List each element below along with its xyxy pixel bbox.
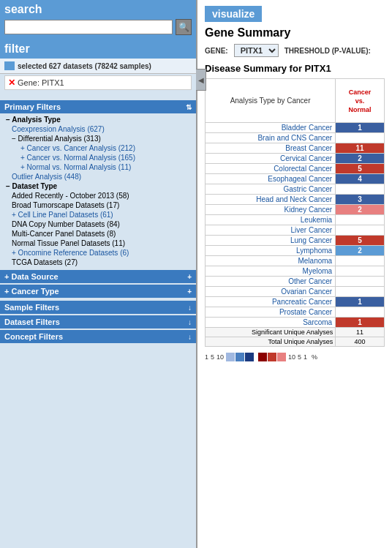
visualize-tab[interactable]: visualize <box>205 6 262 22</box>
dna-copy-item[interactable]: DNA Copy Number Datasets (84) <box>0 219 196 229</box>
value-kidney-cv[interactable]: 2 <box>336 205 385 215</box>
sort-icon[interactable]: ⇅ <box>186 103 192 111</box>
cancer-type-header[interactable]: + Cancer Type + <box>0 285 196 298</box>
dataset-type-header[interactable]: − Dataset Type <box>0 181 196 191</box>
sample-filters-icon: ↓ <box>188 304 192 312</box>
sample-filters-header[interactable]: Sample Filters ↓ <box>0 301 196 314</box>
table-row: Other Cancer <box>206 277 385 287</box>
cancer-name-prostate[interactable]: Prostate Cancer <box>206 307 336 318</box>
table-row: Breast Cancer 11 <box>206 143 385 154</box>
table-row: Myeloma <box>206 266 385 277</box>
dataset-icon <box>4 61 15 70</box>
value-prostate-cv[interactable] <box>336 307 385 318</box>
color-legend: 1 5 10 10 5 1 % <box>205 353 385 361</box>
search-section: search 🔍 <box>0 0 196 40</box>
primary-filters-header: Primary Filters ⇅ <box>0 100 196 113</box>
concept-filters-label: Concept Filters <box>4 332 63 341</box>
analysis-type-header[interactable]: − Analysis Type <box>0 115 196 124</box>
disease-summary-title: Disease Summary for PITX1 <box>205 63 385 74</box>
value-ovarian-cv[interactable] <box>336 287 385 297</box>
cancer-name-colorectal[interactable]: Colorectal Cancer <box>206 164 336 174</box>
cancer-type-label: + Cancer Type <box>4 287 59 296</box>
tcga-item[interactable]: TCGA Datasets (27) <box>0 258 196 267</box>
cancer-name-esophageal[interactable]: Esophageal Cancer <box>206 174 336 184</box>
cancer-name-sarcoma[interactable]: Sarcoma <box>206 318 336 328</box>
normal-vs-normal-item[interactable]: + Normal vs. Normal Analysis (11) <box>0 162 196 172</box>
cancer-vs-normal-column-header: Cancervs.Normal <box>336 79 385 123</box>
percent-label: % <box>312 353 317 361</box>
dataset-filters-icon: ↓ <box>188 318 192 326</box>
value-sarcoma-cv[interactable]: 1 <box>336 318 385 328</box>
concept-filters-header[interactable]: Concept Filters ↓ <box>0 330 196 343</box>
cancer-vs-normal-item[interactable]: + Cancer vs. Normal Analysis (165) <box>0 153 196 162</box>
remove-gene-filter-button[interactable]: ✕ <box>8 78 15 88</box>
value-lymphoma-cv[interactable]: 2 <box>336 246 385 256</box>
search-label: search <box>4 3 192 16</box>
cancer-name-myeloma[interactable]: Myeloma <box>206 266 336 277</box>
cancer-name-breast[interactable]: Breast Cancer <box>206 143 336 154</box>
oncomine-ref-item[interactable]: + Oncomine Reference Datasets (6) <box>0 248 196 258</box>
cancer-name-other[interactable]: Other Cancer <box>206 277 336 287</box>
coexpression-item[interactable]: Coexpression Analysis (627) <box>0 124 196 134</box>
cancer-name-cervical[interactable]: Cervical Cancer <box>206 154 336 164</box>
cancer-vs-cancer-item[interactable]: + Cancer vs. Cancer Analysis (212) <box>0 143 196 153</box>
value-pancreatic-cv[interactable]: 1 <box>336 297 385 307</box>
search-input[interactable] <box>4 20 173 34</box>
multi-cancer-item[interactable]: Multi-Cancer Panel Datasets (8) <box>0 229 196 239</box>
table-row: Head and Neck Cancer 3 <box>206 195 385 205</box>
value-gastric-cv[interactable] <box>336 184 385 195</box>
value-breast-cv[interactable]: 11 <box>336 143 385 154</box>
cancer-name-leukemia[interactable]: Leukemia <box>206 215 336 225</box>
value-bladder-cv[interactable]: 1 <box>336 123 385 133</box>
data-source-header[interactable]: + Data Source + <box>0 270 196 283</box>
gene-filter-tag: ✕ Gene: PITX1 ↑ <box>4 75 192 90</box>
value-colorectal-cv[interactable]: 5 <box>336 164 385 174</box>
cancer-name-ovarian[interactable]: Ovarian Cancer <box>206 287 336 297</box>
cancer-name-bladder[interactable]: Bladder Cancer <box>206 123 336 133</box>
value-melanoma-cv[interactable] <box>336 256 385 266</box>
table-row: Cervical Cancer 2 <box>206 154 385 164</box>
collapse-arrow-button[interactable]: ◀ <box>196 69 206 91</box>
cancer-name-lymphoma[interactable]: Lymphoma <box>206 246 336 256</box>
value-esophageal-cv[interactable]: 4 <box>336 174 385 184</box>
normal-tissue-item[interactable]: Normal Tissue Panel Datasets (11) <box>0 239 196 248</box>
value-lung-cv[interactable]: 5 <box>336 236 385 246</box>
table-row: Prostate Cancer <box>206 307 385 318</box>
value-brain-cv[interactable] <box>336 133 385 143</box>
cancer-name-melanoma[interactable]: Melanoma <box>206 256 336 266</box>
gene-select[interactable]: PITX1 <box>234 44 279 57</box>
table-row: Melanoma <box>206 256 385 266</box>
data-source-expand-icon: + <box>187 273 192 281</box>
value-myeloma-cv[interactable] <box>336 266 385 277</box>
table-row: Ovarian Cancer <box>206 287 385 297</box>
right-panel: visualize Gene Summary GENE: PITX1 THRES… <box>197 0 392 548</box>
search-button[interactable]: 🔍 <box>176 19 192 35</box>
added-recently-item[interactable]: Added Recently - October 2013 (58) <box>0 191 196 200</box>
value-leukemia-cv[interactable] <box>336 215 385 225</box>
differential-item[interactable]: − Differential Analysis (313) <box>0 134 196 143</box>
total-unique-label: Total Unique Analyses <box>206 337 336 347</box>
table-row: Brain and CNS Cancer <box>206 133 385 143</box>
cancer-name-brain[interactable]: Brain and CNS Cancer <box>206 133 336 143</box>
value-other-cv[interactable] <box>336 277 385 287</box>
cancer-name-pancreatic[interactable]: Pancreatic Cancer <box>206 297 336 307</box>
red-legend: 10 5 1 <box>258 353 307 361</box>
disease-summary-table: Analysis Type by Cancer Cancervs.Normal … <box>205 78 385 347</box>
outlier-item[interactable]: Outlier Analysis (448) <box>0 172 196 181</box>
cancer-name-lung[interactable]: Lung Cancer <box>206 236 336 246</box>
left-panel: search 🔍 ◀ filter selected 627 datasets … <box>0 0 197 548</box>
value-liver-cv[interactable] <box>336 225 385 236</box>
blue-box-light <box>226 353 235 361</box>
red-box-light <box>277 353 286 361</box>
broad-tumorscape-item[interactable]: Broad Tumorscape Datasets (17) <box>0 200 196 210</box>
cell-line-item[interactable]: + Cell Line Panel Datasets (61) <box>0 210 196 219</box>
cancer-name-head-neck[interactable]: Head and Neck Cancer <box>206 195 336 205</box>
table-row: Liver Cancer <box>206 225 385 236</box>
dataset-filters-header[interactable]: Dataset Filters ↓ <box>0 315 196 329</box>
cancer-name-kidney[interactable]: Kidney Cancer <box>206 205 336 215</box>
cancer-name-liver[interactable]: Liver Cancer <box>206 225 336 236</box>
cancer-name-gastric[interactable]: Gastric Cancer <box>206 184 336 195</box>
value-head-neck-cv[interactable]: 3 <box>336 195 385 205</box>
value-cervical-cv[interactable]: 2 <box>336 154 385 164</box>
table-row: Kidney Cancer 2 <box>206 205 385 215</box>
